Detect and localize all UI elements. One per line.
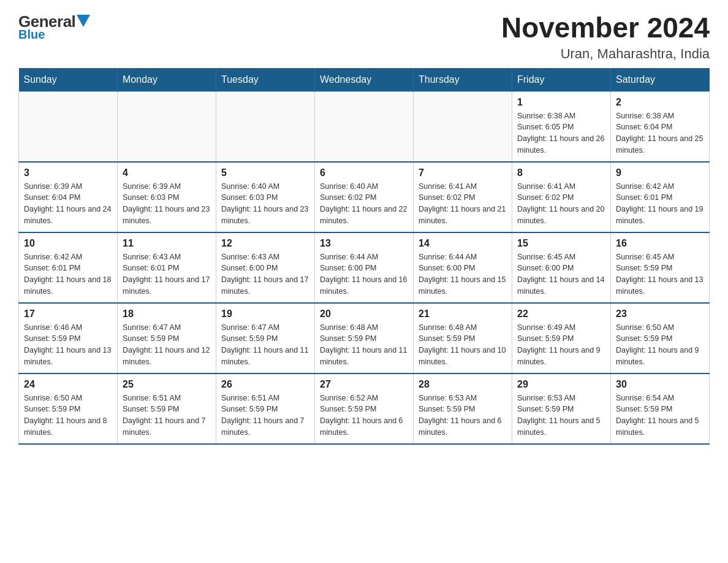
day-info: Sunrise: 6:42 AMSunset: 6:01 PMDaylight:… <box>24 251 112 297</box>
calendar-cell: 8Sunrise: 6:41 AMSunset: 6:02 PMDaylight… <box>512 162 611 232</box>
logo-triangle-icon <box>77 15 90 27</box>
calendar-cell: 28Sunrise: 6:53 AMSunset: 5:59 PMDayligh… <box>414 373 512 444</box>
day-number: 7 <box>419 167 507 178</box>
day-number: 23 <box>616 308 704 320</box>
calendar-cell: 5Sunrise: 6:40 AMSunset: 6:03 PMDaylight… <box>216 162 315 232</box>
calendar-week-5: 24Sunrise: 6:50 AMSunset: 5:59 PMDayligh… <box>19 373 710 444</box>
calendar-cell: 13Sunrise: 6:44 AMSunset: 6:00 PMDayligh… <box>315 232 414 303</box>
day-number: 16 <box>616 238 704 249</box>
day-number: 27 <box>320 379 408 390</box>
title-block: November 2024 Uran, Maharashtra, India <box>501 12 710 62</box>
day-number: 1 <box>517 97 605 108</box>
day-info: Sunrise: 6:41 AMSunset: 6:02 PMDaylight:… <box>517 181 605 227</box>
day-number: 25 <box>123 379 211 390</box>
day-info: Sunrise: 6:52 AMSunset: 5:59 PMDaylight:… <box>320 393 408 439</box>
calendar-cell <box>315 91 414 162</box>
day-info: Sunrise: 6:39 AMSunset: 6:04 PMDaylight:… <box>24 181 112 227</box>
calendar-cell: 21Sunrise: 6:48 AMSunset: 5:59 PMDayligh… <box>414 303 512 373</box>
day-number: 29 <box>517 379 605 390</box>
day-info: Sunrise: 6:39 AMSunset: 6:03 PMDaylight:… <box>123 181 211 227</box>
calendar-cell: 26Sunrise: 6:51 AMSunset: 5:59 PMDayligh… <box>216 373 315 444</box>
day-info: Sunrise: 6:38 AMSunset: 6:05 PMDaylight:… <box>517 110 605 156</box>
calendar-week-1: 1Sunrise: 6:38 AMSunset: 6:05 PMDaylight… <box>19 91 710 162</box>
day-number: 10 <box>24 238 112 249</box>
calendar-cell: 23Sunrise: 6:50 AMSunset: 5:59 PMDayligh… <box>611 303 710 373</box>
calendar-cell <box>216 91 315 162</box>
day-number: 5 <box>221 167 309 178</box>
day-number: 13 <box>320 238 408 249</box>
day-number: 20 <box>320 308 408 320</box>
day-info: Sunrise: 6:38 AMSunset: 6:04 PMDaylight:… <box>616 110 704 156</box>
calendar-cell: 11Sunrise: 6:43 AMSunset: 6:01 PMDayligh… <box>118 232 216 303</box>
day-info: Sunrise: 6:45 AMSunset: 5:59 PMDaylight:… <box>616 251 704 297</box>
calendar-cell: 2Sunrise: 6:38 AMSunset: 6:04 PMDaylight… <box>611 91 710 162</box>
day-number: 2 <box>616 97 704 108</box>
day-info: Sunrise: 6:41 AMSunset: 6:02 PMDaylight:… <box>419 181 507 227</box>
day-info: Sunrise: 6:44 AMSunset: 6:00 PMDaylight:… <box>320 251 408 297</box>
calendar-cell: 27Sunrise: 6:52 AMSunset: 5:59 PMDayligh… <box>315 373 414 444</box>
day-number: 26 <box>221 379 309 390</box>
day-info: Sunrise: 6:40 AMSunset: 6:02 PMDaylight:… <box>320 181 408 227</box>
calendar-cell: 7Sunrise: 6:41 AMSunset: 6:02 PMDaylight… <box>414 162 512 232</box>
day-number: 22 <box>517 308 605 320</box>
calendar-cell: 18Sunrise: 6:47 AMSunset: 5:59 PMDayligh… <box>118 303 216 373</box>
day-number: 19 <box>221 308 309 320</box>
day-number: 14 <box>419 238 507 249</box>
day-info: Sunrise: 6:46 AMSunset: 5:59 PMDaylight:… <box>24 322 112 368</box>
day-info: Sunrise: 6:54 AMSunset: 5:59 PMDaylight:… <box>616 393 704 439</box>
day-info: Sunrise: 6:48 AMSunset: 5:59 PMDaylight:… <box>320 322 408 368</box>
page-header: General Blue November 2024 Uran, Maharas… <box>18 12 710 62</box>
calendar-cell <box>118 91 216 162</box>
weekday-header-thursday: Thursday <box>414 68 512 92</box>
calendar-cell: 1Sunrise: 6:38 AMSunset: 6:05 PMDaylight… <box>512 91 611 162</box>
calendar-cell: 14Sunrise: 6:44 AMSunset: 6:00 PMDayligh… <box>414 232 512 303</box>
calendar-cell: 24Sunrise: 6:50 AMSunset: 5:59 PMDayligh… <box>19 373 118 444</box>
month-title: November 2024 <box>501 12 710 44</box>
calendar-cell: 29Sunrise: 6:53 AMSunset: 5:59 PMDayligh… <box>512 373 611 444</box>
calendar-table: SundayMondayTuesdayWednesdayThursdayFrid… <box>18 68 710 445</box>
calendar-week-4: 17Sunrise: 6:46 AMSunset: 5:59 PMDayligh… <box>19 303 710 373</box>
day-number: 4 <box>123 167 211 178</box>
calendar-cell: 16Sunrise: 6:45 AMSunset: 5:59 PMDayligh… <box>611 232 710 303</box>
day-number: 11 <box>123 238 211 249</box>
calendar-cell: 15Sunrise: 6:45 AMSunset: 6:00 PMDayligh… <box>512 232 611 303</box>
weekday-header-monday: Monday <box>118 68 216 92</box>
calendar-cell: 19Sunrise: 6:47 AMSunset: 5:59 PMDayligh… <box>216 303 315 373</box>
calendar-cell: 25Sunrise: 6:51 AMSunset: 5:59 PMDayligh… <box>118 373 216 444</box>
calendar-cell: 22Sunrise: 6:49 AMSunset: 5:59 PMDayligh… <box>512 303 611 373</box>
day-number: 30 <box>616 379 704 390</box>
weekday-header-friday: Friday <box>512 68 611 92</box>
calendar-week-2: 3Sunrise: 6:39 AMSunset: 6:04 PMDaylight… <box>19 162 710 232</box>
day-info: Sunrise: 6:51 AMSunset: 5:59 PMDaylight:… <box>123 393 211 439</box>
day-info: Sunrise: 6:50 AMSunset: 5:59 PMDaylight:… <box>24 393 112 439</box>
day-number: 18 <box>123 308 211 320</box>
day-info: Sunrise: 6:53 AMSunset: 5:59 PMDaylight:… <box>517 393 605 439</box>
calendar-week-3: 10Sunrise: 6:42 AMSunset: 6:01 PMDayligh… <box>19 232 710 303</box>
day-number: 6 <box>320 167 408 178</box>
weekday-header-wednesday: Wednesday <box>315 68 414 92</box>
day-info: Sunrise: 6:45 AMSunset: 6:00 PMDaylight:… <box>517 251 605 297</box>
day-number: 8 <box>517 167 605 178</box>
calendar-cell: 6Sunrise: 6:40 AMSunset: 6:02 PMDaylight… <box>315 162 414 232</box>
weekday-header-tuesday: Tuesday <box>216 68 315 92</box>
day-number: 17 <box>24 308 112 320</box>
day-info: Sunrise: 6:50 AMSunset: 5:59 PMDaylight:… <box>616 322 704 368</box>
day-info: Sunrise: 6:44 AMSunset: 6:00 PMDaylight:… <box>419 251 507 297</box>
calendar-cell: 30Sunrise: 6:54 AMSunset: 5:59 PMDayligh… <box>611 373 710 444</box>
calendar-cell <box>19 91 118 162</box>
day-info: Sunrise: 6:49 AMSunset: 5:59 PMDaylight:… <box>517 322 605 368</box>
day-info: Sunrise: 6:48 AMSunset: 5:59 PMDaylight:… <box>419 322 507 368</box>
day-info: Sunrise: 6:43 AMSunset: 6:00 PMDaylight:… <box>221 251 309 297</box>
day-info: Sunrise: 6:47 AMSunset: 5:59 PMDaylight:… <box>221 322 309 368</box>
calendar-cell <box>414 91 512 162</box>
calendar-cell: 17Sunrise: 6:46 AMSunset: 5:59 PMDayligh… <box>19 303 118 373</box>
weekday-header-saturday: Saturday <box>611 68 710 92</box>
day-number: 3 <box>24 167 112 178</box>
calendar-cell: 10Sunrise: 6:42 AMSunset: 6:01 PMDayligh… <box>19 232 118 303</box>
calendar-cell: 12Sunrise: 6:43 AMSunset: 6:00 PMDayligh… <box>216 232 315 303</box>
location-title: Uran, Maharashtra, India <box>501 46 710 62</box>
day-number: 28 <box>419 379 507 390</box>
svg-marker-0 <box>77 15 90 27</box>
day-info: Sunrise: 6:40 AMSunset: 6:03 PMDaylight:… <box>221 181 309 227</box>
calendar-cell: 9Sunrise: 6:42 AMSunset: 6:01 PMDaylight… <box>611 162 710 232</box>
